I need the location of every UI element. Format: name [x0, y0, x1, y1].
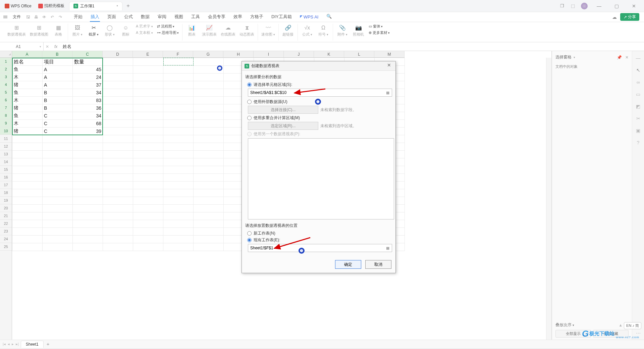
rbtn-picture[interactable]: 🖼图片: [71, 24, 84, 37]
row-header-12[interactable]: 12: [0, 143, 12, 150]
col-header-H[interactable]: H: [223, 51, 254, 57]
col-header-D[interactable]: D: [103, 51, 133, 57]
cell-A6[interactable]: 木: [12, 97, 43, 104]
cell-D1[interactable]: [103, 58, 133, 66]
cell-B11[interactable]: [43, 135, 73, 143]
cell-A1[interactable]: 姓名: [12, 58, 43, 66]
cell-E7[interactable]: [133, 104, 163, 112]
location-input[interactable]: [250, 246, 390, 250]
row-header-20[interactable]: 20: [0, 204, 12, 212]
cell-A25[interactable]: [12, 243, 43, 251]
cell-C15[interactable]: [73, 166, 103, 174]
cell-E12[interactable]: [133, 143, 163, 151]
cell-D25[interactable]: [103, 243, 133, 251]
cell-A19[interactable]: [12, 197, 43, 205]
cell-G19[interactable]: [194, 197, 224, 205]
cell-F6[interactable]: [163, 97, 194, 104]
cell-A20[interactable]: [12, 205, 43, 212]
cell-F12[interactable]: [163, 143, 194, 151]
cell-E17[interactable]: [133, 182, 163, 189]
cell-F20[interactable]: [163, 205, 194, 212]
cell-D10[interactable]: [103, 128, 133, 135]
add-sheet-button[interactable]: ＋: [46, 341, 50, 347]
cell-E9[interactable]: [133, 120, 163, 128]
cell-C14[interactable]: [73, 158, 103, 166]
row-header-13[interactable]: 13: [0, 150, 12, 158]
cell-E24[interactable]: [133, 236, 163, 243]
cell-B2[interactable]: A: [43, 66, 73, 73]
cell-F5[interactable]: [163, 89, 194, 97]
row-header-18[interactable]: 18: [0, 189, 12, 197]
cell-A7[interactable]: 猪: [12, 104, 43, 112]
cell-G16[interactable]: [194, 174, 224, 182]
cell-C19[interactable]: [73, 197, 103, 205]
cell-D17[interactable]: [103, 182, 133, 189]
cell-C13[interactable]: [73, 151, 103, 158]
rbtn-mindmap[interactable]: ⊶思维导图: [157, 30, 179, 35]
cell-F16[interactable]: [163, 174, 194, 182]
cell-F19[interactable]: [163, 197, 194, 205]
col-header-B[interactable]: B: [42, 51, 72, 57]
opt-new-sheet[interactable]: 新工作表(N): [247, 231, 392, 236]
cell-E4[interactable]: [133, 81, 163, 89]
pivot-list-box[interactable]: [248, 138, 394, 219]
cell-D21[interactable]: [103, 212, 133, 220]
cell-E16[interactable]: [133, 174, 163, 182]
search-icon[interactable]: 🔍: [326, 12, 332, 22]
cell-B6[interactable]: B: [43, 97, 73, 104]
rbtn-flowchart[interactable]: ⇄流程图: [157, 24, 179, 29]
properties-pane-icon[interactable]: ▭: [635, 91, 641, 97]
avatar[interactable]: [581, 3, 588, 9]
opt-external[interactable]: 使用外部数据源(U) ❶: [247, 99, 392, 105]
cell-E6[interactable]: [133, 97, 163, 104]
cell-G1[interactable]: [194, 58, 224, 66]
cell-G14[interactable]: [194, 158, 224, 166]
cell-B12[interactable]: [43, 143, 73, 151]
cell-A18[interactable]: [12, 189, 43, 197]
range-picker-icon[interactable]: ▦: [385, 90, 390, 95]
cell-A13[interactable]: [12, 151, 43, 158]
cell-E19[interactable]: [133, 197, 163, 205]
cell-F18[interactable]: [163, 189, 194, 197]
cell-C22[interactable]: [73, 220, 103, 228]
cell-B5[interactable]: B: [43, 89, 73, 97]
cell-F9[interactable]: [163, 120, 194, 128]
rbtn-icon[interactable]: ☺图标: [120, 24, 132, 37]
row-header-9[interactable]: 9: [0, 119, 12, 127]
rbtn-more[interactable]: ⊕更多素材: [369, 30, 390, 35]
row-header-14[interactable]: 14: [0, 158, 12, 166]
cell-G20[interactable]: [194, 205, 224, 212]
cell-E8[interactable]: [133, 112, 163, 120]
cell-E25[interactable]: [133, 243, 163, 251]
qat-preview-icon[interactable]: 👁: [42, 14, 47, 20]
cell-D20[interactable]: [103, 205, 133, 212]
cell-B7[interactable]: B: [43, 104, 73, 112]
cell-D8[interactable]: [103, 112, 133, 120]
ribbon-tab-2[interactable]: 页面: [107, 12, 117, 22]
row-header-19[interactable]: 19: [0, 197, 12, 204]
cell-G25[interactable]: [194, 243, 224, 251]
rbtn-sparkline[interactable]: 〰迷你图: [261, 24, 275, 37]
cell-D12[interactable]: [103, 143, 133, 151]
cancel-icon[interactable]: ✕: [46, 44, 49, 49]
cell-G18[interactable]: [194, 189, 224, 197]
rbtn-symbol[interactable]: Ω符号: [317, 24, 329, 37]
rbtn-camera[interactable]: 📷照相机: [353, 24, 365, 37]
file-menu[interactable]: 文件: [11, 14, 23, 20]
style-pane-icon[interactable]: ∞: [635, 79, 641, 85]
cell-D11[interactable]: [103, 135, 133, 143]
sheet-nav-first[interactable]: |◂: [3, 342, 6, 346]
row-header-21[interactable]: 21: [0, 212, 12, 220]
ribbon-tab-7[interactable]: 工具: [191, 12, 201, 22]
opt-new-sheet-radio[interactable]: [247, 231, 252, 236]
col-header-C[interactable]: C: [72, 51, 103, 57]
row-header-25[interactable]: 25: [0, 243, 12, 251]
cell-E1[interactable]: [133, 58, 163, 66]
cell-C4[interactable]: 37: [73, 81, 103, 89]
cell-B21[interactable]: [43, 212, 73, 220]
range-input-wrap[interactable]: ▦: [248, 89, 392, 97]
location-input-wrap[interactable]: ▦ ❸: [248, 244, 392, 252]
cell-E10[interactable]: [133, 128, 163, 135]
cell-C11[interactable]: [73, 135, 103, 143]
row-header-11[interactable]: 11: [0, 135, 12, 143]
